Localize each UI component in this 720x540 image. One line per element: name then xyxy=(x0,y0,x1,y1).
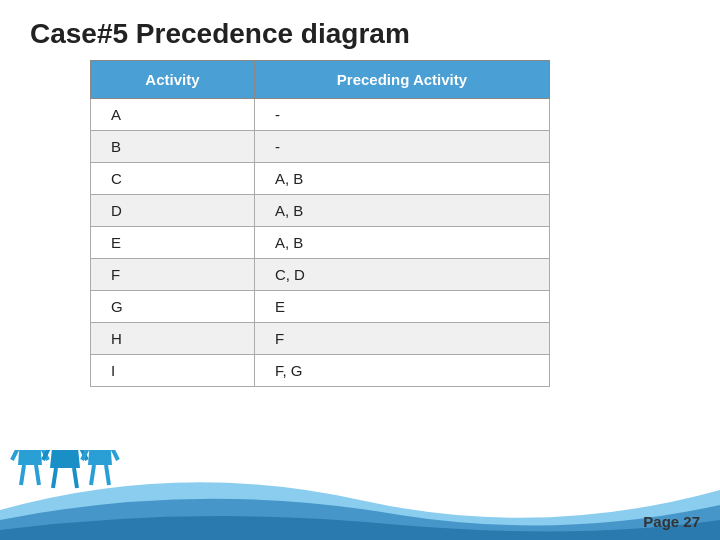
activity-cell: D xyxy=(91,195,255,227)
table-row: B- xyxy=(91,131,550,163)
activity-cell: H xyxy=(91,323,255,355)
table-row: HF xyxy=(91,323,550,355)
table-row: EA, B xyxy=(91,227,550,259)
svg-line-4 xyxy=(36,465,39,485)
table-container: Activity Preceding Activity A-B-CA, BDA,… xyxy=(90,60,690,387)
svg-line-1 xyxy=(12,450,18,460)
page-title: Case#5 Precedence diagram xyxy=(0,0,720,60)
preceding-activity-cell: F, G xyxy=(254,355,549,387)
activity-cell: B xyxy=(91,131,255,163)
preceding-activity-cell: A, B xyxy=(254,227,549,259)
page-number: Page 27 xyxy=(643,513,700,530)
activity-cell: I xyxy=(91,355,255,387)
content-area: Activity Preceding Activity A-B-CA, BDA,… xyxy=(0,60,720,387)
svg-line-8 xyxy=(53,468,56,488)
table-row: GE xyxy=(91,291,550,323)
svg-line-13 xyxy=(91,465,94,485)
table-row: A- xyxy=(91,99,550,131)
activity-cell: C xyxy=(91,163,255,195)
svg-line-14 xyxy=(106,465,109,485)
bottom-decoration xyxy=(0,450,720,540)
preceding-activity-cell: A, B xyxy=(254,195,549,227)
col-header-preceding: Preceding Activity xyxy=(254,61,549,99)
activity-cell: A xyxy=(91,99,255,131)
activity-cell: E xyxy=(91,227,255,259)
svg-line-3 xyxy=(21,465,24,485)
svg-line-12 xyxy=(112,450,118,460)
table-row: FC, D xyxy=(91,259,550,291)
precedence-table: Activity Preceding Activity A-B-CA, BDA,… xyxy=(90,60,550,387)
preceding-activity-cell: E xyxy=(254,291,549,323)
table-row: CA, B xyxy=(91,163,550,195)
activity-cell: F xyxy=(91,259,255,291)
preceding-activity-cell: C, D xyxy=(254,259,549,291)
activity-cell: G xyxy=(91,291,255,323)
svg-line-9 xyxy=(74,468,77,488)
table-row: IF, G xyxy=(91,355,550,387)
preceding-activity-cell: F xyxy=(254,323,549,355)
table-row: DA, B xyxy=(91,195,550,227)
col-header-activity: Activity xyxy=(91,61,255,99)
preceding-activity-cell: - xyxy=(254,99,549,131)
preceding-activity-cell: A, B xyxy=(254,163,549,195)
preceding-activity-cell: - xyxy=(254,131,549,163)
